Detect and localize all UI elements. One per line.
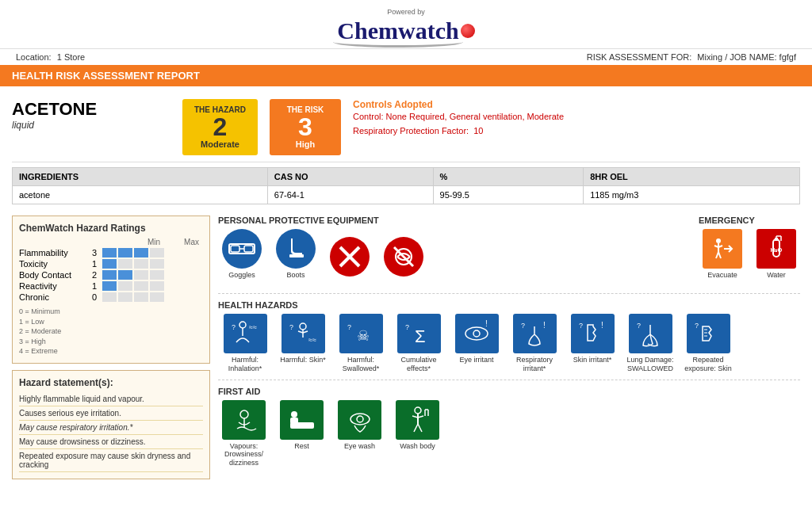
- health-label: Repeated exposure: Skin: [681, 356, 735, 373]
- health-icon-respiratory: ? ! Respiratory irritant*: [508, 314, 561, 373]
- health-icon-inhalation: ? ≈≈ Harmful: Inhalation*: [218, 314, 272, 373]
- rating-row-chronic: Chronic 0: [19, 292, 203, 302]
- svg-point-23: [239, 322, 246, 328]
- logo-container: Chemwatch: [337, 17, 474, 44]
- fa-icon-vapours: Vapours: Drowsiness/ dizziness: [218, 400, 270, 467]
- rating-bar: [102, 259, 203, 269]
- svg-text:Σ: Σ: [415, 326, 426, 346]
- svg-text:!: !: [601, 321, 603, 330]
- boots-icon: [276, 229, 316, 269]
- svg-line-56: [412, 416, 418, 418]
- health-icons-row: ? ≈≈ Harmful: Inhalation*: [218, 314, 800, 373]
- rating-value: 2: [86, 270, 102, 280]
- svg-point-51: [291, 411, 297, 418]
- top-info-bar: Location: 1 Store RISK ASSESSMENT FOR: M…: [0, 48, 812, 65]
- rpf-label: Respiratory Protection Factor:: [353, 126, 469, 135]
- statement-item: Causes serious eye irritation.: [19, 406, 203, 421]
- respiratory-icon: ? !: [513, 314, 557, 353]
- risk-number: 3: [282, 114, 329, 139]
- hazard-statement-box: Hazard statement(s): Highly flammable li…: [12, 370, 210, 479]
- svg-text:≈≈: ≈≈: [308, 336, 316, 344]
- ppe-title: PERSONAL PROTECTIVE EQUIPMENT: [218, 216, 687, 225]
- rating-row-toxicity: Toxicity 1: [19, 259, 203, 269]
- svg-rect-50: [290, 418, 298, 424]
- first-aid-icons-row: Vapours: Drowsiness/ dizziness Rest: [218, 400, 800, 467]
- statement-item: May cause respiratory irritation.*: [19, 421, 203, 435]
- svg-text:!: !: [485, 319, 488, 328]
- controls-text: Control: None Required, General ventilat…: [353, 110, 800, 138]
- emergency-icons-row: Evacuate: [699, 229, 800, 279]
- svg-text:?: ?: [695, 322, 699, 330]
- inhalation-icon: ? ≈≈: [224, 314, 267, 353]
- emergency-title: EMERGENCY: [699, 216, 800, 225]
- rating-label: Toxicity: [19, 259, 86, 269]
- min-header: Min: [147, 238, 160, 246]
- wash-body-icon: [396, 400, 439, 440]
- svg-point-48: [240, 410, 248, 418]
- statement-item: Highly flammable liquid and vapour.: [19, 392, 203, 406]
- ppe-emergency-row: PERSONAL PROTECTIVE EQUIPMENT: [218, 216, 800, 287]
- logo-arc: [333, 36, 462, 48]
- percent-col-header: %: [433, 168, 584, 186]
- svg-text:?: ?: [637, 322, 641, 330]
- health-label: Respiratory irritant*: [508, 356, 561, 373]
- health-label: Lung Damage: SWALLOWED: [623, 356, 677, 373]
- ingredients-table: INGREDIENTS CAS NO % 8HR OEL acetone 67-…: [12, 167, 800, 204]
- main-content: ACETONE liquid THE HAZARD 2 Moderate THE…: [0, 86, 812, 492]
- ppe-icon-boots: Boots: [272, 229, 320, 279]
- svg-point-9: [716, 238, 721, 243]
- skin-irritant-icon: ? !: [571, 314, 615, 353]
- location-value: 1 Store: [57, 52, 85, 62]
- svg-point-27: [300, 323, 306, 330]
- goggles-icon: [222, 229, 262, 269]
- rating-row-flammability: Flammability 3: [19, 248, 203, 258]
- ingredient-name-cell: acetone: [13, 186, 268, 204]
- fa-icon-wash-body: Wash body: [392, 400, 443, 467]
- svg-point-53: [357, 416, 363, 422]
- lower-section: ChemWatch Hazard Ratings Min Max Flammab…: [12, 209, 800, 486]
- svg-point-54: [415, 407, 421, 414]
- water-icon: H₂O: [756, 229, 796, 269]
- hazard-badge: THE HAZARD 2 Moderate: [182, 99, 258, 155]
- statement-item: Repeated exposure may cause skin dryness…: [19, 449, 203, 472]
- boots-label: Boots: [272, 271, 320, 279]
- svg-text:?: ?: [521, 322, 525, 330]
- ppe-icon-goggles: Goggles: [218, 229, 266, 279]
- no-mask-icon: [384, 237, 423, 277]
- powered-by-text: Powered by: [16, 8, 796, 16]
- vapours-icon: [222, 400, 266, 440]
- svg-point-36: [465, 327, 488, 340]
- svg-line-57: [418, 416, 423, 418]
- eye-icon: !: [455, 314, 499, 353]
- emergency-section: EMERGENCY: [699, 216, 800, 279]
- chemical-name-block: ACETONE liquid: [12, 99, 170, 131]
- rating-label: Chronic: [19, 292, 86, 302]
- first-aid-title: FIRST AID: [218, 387, 800, 396]
- skin-icon: ? ≈≈: [282, 314, 325, 353]
- rating-value: 1: [86, 281, 102, 291]
- evacuate-label: Evacuate: [699, 271, 746, 279]
- ratings-header: Min Max: [19, 238, 203, 246]
- fa-label: Eye wash: [334, 442, 385, 451]
- rating-value: 3: [86, 248, 102, 258]
- rating-row-reactivity: Reactivity 1: [19, 281, 203, 291]
- rating-label: Flammability: [19, 248, 86, 258]
- health-icon-skin: ? ≈≈ Harmful: Skin*: [276, 314, 330, 373]
- health-label: Eye irritant: [450, 356, 504, 364]
- health-label: Skin irritant*: [565, 356, 619, 364]
- svg-line-8: [394, 247, 413, 266]
- svg-rect-4: [289, 254, 304, 258]
- ppe-section: PERSONAL PROTECTIVE EQUIPMENT: [218, 216, 687, 279]
- goggles-label: Goggles: [218, 271, 266, 279]
- evacuate-icon: [703, 229, 742, 269]
- max-header: Max: [184, 238, 199, 246]
- health-label: Harmful: Skin*: [276, 356, 330, 364]
- ingredients-col-header: INGREDIENTS: [13, 168, 268, 186]
- svg-rect-17: [775, 238, 778, 241]
- svg-text:?: ?: [579, 322, 583, 330]
- svg-text:H₂O: H₂O: [771, 246, 783, 254]
- fa-label: Rest: [276, 442, 327, 451]
- health-icon-skin-irritant: ? ! Skin irritant*: [565, 314, 619, 373]
- svg-line-29: [298, 331, 303, 333]
- risk-assessment-value: Mixing / JOB NAME: fgfgf: [697, 52, 796, 62]
